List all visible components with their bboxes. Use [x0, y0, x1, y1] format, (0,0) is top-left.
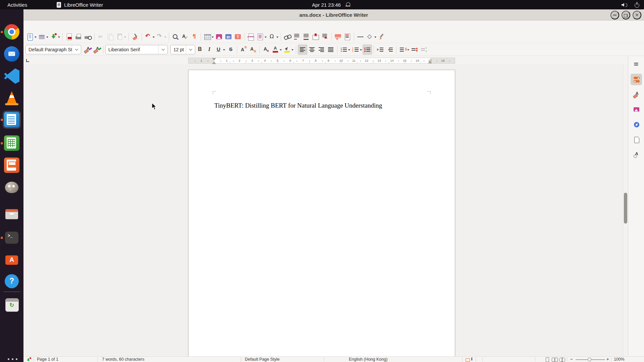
zoom-slider[interactable] [576, 359, 605, 360]
toolbar-increase-indent[interactable] [376, 45, 385, 55]
save-status-icon[interactable] [26, 357, 31, 362]
toolbar-spelling[interactable] [180, 32, 190, 42]
menu-tools[interactable] [78, 24, 85, 27]
toolbar-print[interactable] [74, 32, 83, 42]
right-indent-marker[interactable] [428, 61, 432, 63]
menu-file[interactable] [25, 24, 32, 27]
dock-item-terminal[interactable] [3, 229, 21, 247]
dock-item-help[interactable] [3, 272, 21, 290]
dropdown-caret-icon[interactable] [360, 49, 362, 52]
sidebar-tab-navigator[interactable] [631, 119, 642, 130]
menu-table[interactable] [65, 24, 72, 27]
font-size-value[interactable]: 12 pt [171, 47, 186, 52]
toolbar-redo[interactable] [155, 32, 167, 42]
zoom-in-button[interactable]: + [606, 357, 609, 362]
sidebar-tab-styles[interactable] [631, 89, 642, 100]
dropdown-caret-icon[interactable] [153, 37, 155, 39]
left-indent-marker[interactable] [212, 58, 216, 61]
toolbar-basic-shapes[interactable] [365, 32, 377, 42]
paragraph-style-dropdown-button[interactable] [72, 45, 81, 54]
toolbar-align-left[interactable] [298, 45, 307, 55]
paragraph-style-combobox[interactable]: Default Paragraph Styl [25, 45, 81, 54]
dropdown-caret-icon[interactable] [348, 49, 350, 52]
toolbar-decrease-para-spacing[interactable] [419, 45, 429, 55]
menu-form[interactable] [72, 24, 78, 27]
toolbar-subscript[interactable] [248, 45, 258, 55]
dock-item-impress[interactable] [3, 156, 21, 174]
dock-item-thunderbird[interactable] [3, 45, 21, 63]
toolbar-hyperlink[interactable] [283, 32, 292, 42]
dropdown-caret-icon[interactable] [164, 37, 166, 39]
word-count[interactable]: 7 words, 60 characters [102, 357, 144, 362]
toolbar-special-character[interactable] [267, 32, 279, 42]
show-applications-button[interactable] [3, 353, 21, 362]
toolbar-ordered-list[interactable] [351, 45, 363, 55]
dropdown-caret-icon[interactable] [35, 37, 37, 39]
font-name-dropdown-button[interactable] [158, 45, 167, 54]
toolbar-insert-textbox[interactable] [233, 32, 243, 42]
close-button[interactable] [633, 11, 641, 19]
dropdown-caret-icon[interactable] [265, 37, 267, 39]
toolbar-align-right[interactable] [317, 45, 326, 55]
vertical-scrollbar[interactable] [623, 64, 628, 356]
font-name-value[interactable]: Liberation Serif [106, 47, 158, 52]
toolbar-justify[interactable] [326, 45, 335, 55]
dropdown-caret-icon[interactable] [58, 37, 60, 39]
font-name-combobox[interactable]: Liberation Serif [105, 45, 168, 54]
font-size-dropdown-button[interactable] [186, 45, 195, 54]
dropdown-caret-icon[interactable] [374, 37, 376, 39]
menu-help[interactable] [92, 24, 99, 27]
toolbar-highlight-color[interactable] [282, 45, 294, 55]
toolbar-no-list[interactable] [363, 45, 372, 55]
sidebar-tab-page[interactable] [631, 134, 642, 145]
dropdown-caret-icon[interactable] [124, 37, 126, 39]
toolbar-align-center[interactable] [307, 45, 317, 55]
toolbar-insert-table[interactable] [203, 32, 214, 42]
toolbar-formatting-marks[interactable] [190, 32, 199, 42]
dropdown-caret-icon[interactable] [212, 37, 214, 39]
dock-item-calc[interactable] [3, 134, 21, 152]
document-canvas[interactable]: TinyBERT: Distilling BERT for Natural La… [23, 64, 623, 356]
focused-app-indicator[interactable]: LibreOffice Writer [57, 2, 103, 8]
toolbar-line-spacing[interactable] [398, 45, 410, 55]
font-size-combobox[interactable]: 12 pt [170, 45, 195, 54]
dropdown-caret-icon[interactable] [223, 49, 225, 52]
toolbar-save[interactable] [49, 32, 61, 42]
dropdown-caret-icon[interactable] [291, 49, 293, 52]
dock-item-writer[interactable] [3, 111, 21, 129]
toolbar-new-document[interactable] [25, 32, 37, 42]
toolbar-comment[interactable] [333, 32, 343, 42]
toolbar-increase-para-spacing[interactable] [410, 45, 419, 55]
menu-window[interactable] [85, 24, 92, 27]
paragraph-style-value[interactable]: Default Paragraph Styl [26, 47, 72, 52]
toolbar-page-break[interactable] [246, 32, 256, 42]
toolbar-clear-formatting[interactable] [261, 45, 271, 55]
dropdown-caret-icon[interactable] [46, 37, 48, 39]
scrollbar-thumb[interactable] [624, 193, 627, 224]
toolbar-paste[interactable] [115, 32, 127, 42]
sidebar-tab-properties[interactable] [631, 74, 642, 85]
activities-button[interactable]: Activities [5, 2, 29, 8]
toolbar-superscript[interactable] [239, 45, 248, 55]
dock-item-vscode[interactable] [3, 67, 21, 85]
restore-button[interactable] [622, 11, 630, 19]
system-status-area[interactable] [621, 0, 641, 9]
toolbar-insert-image[interactable] [214, 32, 224, 42]
toolbar-cross-reference[interactable] [320, 32, 330, 42]
book-view-button[interactable] [559, 357, 565, 362]
toolbar-underline[interactable] [214, 45, 226, 55]
toolbar-clone-formatting[interactable] [130, 32, 140, 42]
toolbar-draw-functions[interactable] [377, 32, 386, 42]
dock-item-trash[interactable] [3, 296, 21, 314]
zoom-slider-knob[interactable] [588, 358, 591, 361]
menu-edit[interactable] [32, 24, 38, 27]
clock-menu[interactable]: Apr 21 23:46 [312, 0, 351, 9]
dock-item-chrome[interactable] [3, 23, 21, 41]
horizontal-ruler[interactable]: 1123456789101112131415161718⊥⊥⊥⊥⊥⊥⊥⊥⊥⊥⊥⊥… [188, 58, 455, 64]
document-heading-text[interactable]: TinyBERT: Distilling BERT for Natural La… [214, 102, 382, 110]
zoom-out-button[interactable]: − [570, 357, 573, 362]
toolbar-horizontal-line[interactable] [356, 32, 365, 42]
dock-item-vlc[interactable] [3, 89, 21, 107]
toolbar-track-changes[interactable] [343, 32, 352, 42]
toolbar-footnote[interactable] [292, 32, 302, 42]
